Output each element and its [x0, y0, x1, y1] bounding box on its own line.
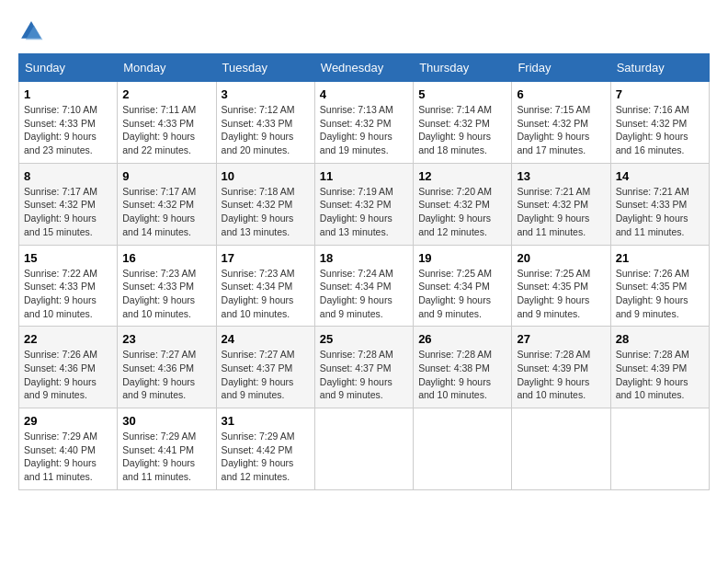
- calendar-cell: 20 Sunrise: 7:25 AMSunset: 4:35 PMDaylig…: [512, 245, 610, 327]
- day-number: 28: [616, 332, 704, 346]
- day-number: 16: [122, 251, 210, 265]
- day-info: Sunrise: 7:27 AMSunset: 4:37 PMDaylight:…: [222, 349, 295, 400]
- day-number: 30: [122, 414, 210, 428]
- calendar-cell: 29 Sunrise: 7:29 AMSunset: 4:40 PMDaylig…: [19, 408, 118, 490]
- day-number: 8: [24, 169, 112, 183]
- day-number: 20: [517, 251, 605, 265]
- day-info: Sunrise: 7:26 AMSunset: 4:35 PMDaylight:…: [616, 268, 689, 319]
- day-number: 31: [222, 414, 310, 428]
- calendar-cell: 4 Sunrise: 7:13 AMSunset: 4:32 PMDayligh…: [314, 82, 413, 164]
- calendar-cell: 16 Sunrise: 7:23 AMSunset: 4:33 PMDaylig…: [118, 245, 216, 327]
- calendar-cell: 31 Sunrise: 7:29 AMSunset: 4:42 PMDaylig…: [216, 408, 314, 490]
- day-number: 18: [320, 251, 408, 265]
- weekday-header-saturday: Saturday: [610, 54, 709, 82]
- weekday-header-tuesday: Tuesday: [216, 54, 314, 82]
- calendar-cell: 15 Sunrise: 7:22 AMSunset: 4:33 PMDaylig…: [19, 245, 118, 327]
- day-number: 21: [616, 251, 704, 265]
- calendar-cell: 28 Sunrise: 7:28 AMSunset: 4:39 PMDaylig…: [610, 327, 709, 408]
- day-number: 12: [418, 169, 506, 183]
- calendar-cell: [610, 408, 709, 490]
- day-info: Sunrise: 7:18 AMSunset: 4:32 PMDaylight:…: [222, 186, 295, 237]
- day-number: 1: [24, 87, 112, 101]
- logo: [18, 18, 48, 44]
- day-number: 19: [418, 251, 506, 265]
- day-number: 5: [418, 87, 506, 101]
- calendar-cell: 5 Sunrise: 7:14 AMSunset: 4:32 PMDayligh…: [414, 82, 512, 164]
- calendar-cell: 6 Sunrise: 7:15 AMSunset: 4:32 PMDayligh…: [512, 82, 610, 164]
- day-info: Sunrise: 7:25 AMSunset: 4:34 PMDaylight:…: [418, 268, 492, 319]
- day-info: Sunrise: 7:11 AMSunset: 4:33 PMDaylight:…: [122, 104, 196, 155]
- calendar-cell: 1 Sunrise: 7:10 AMSunset: 4:33 PMDayligh…: [19, 82, 118, 164]
- calendar-cell: 23 Sunrise: 7:27 AMSunset: 4:36 PMDaylig…: [118, 327, 216, 408]
- day-info: Sunrise: 7:19 AMSunset: 4:32 PMDaylight:…: [320, 186, 393, 237]
- day-number: 11: [320, 169, 408, 183]
- calendar-cell: 18 Sunrise: 7:24 AMSunset: 4:34 PMDaylig…: [314, 245, 413, 327]
- day-number: 22: [24, 332, 112, 346]
- day-info: Sunrise: 7:14 AMSunset: 4:32 PMDaylight:…: [418, 104, 492, 155]
- calendar-cell: 10 Sunrise: 7:18 AMSunset: 4:32 PMDaylig…: [216, 163, 314, 245]
- day-info: Sunrise: 7:23 AMSunset: 4:34 PMDaylight:…: [222, 268, 295, 319]
- day-number: 15: [24, 251, 112, 265]
- day-info: Sunrise: 7:29 AMSunset: 4:41 PMDaylight:…: [122, 431, 196, 482]
- calendar-cell: 25 Sunrise: 7:28 AMSunset: 4:37 PMDaylig…: [314, 327, 413, 408]
- day-info: Sunrise: 7:29 AMSunset: 4:40 PMDaylight:…: [24, 431, 97, 482]
- logo-icon: [18, 18, 44, 44]
- calendar-cell: 8 Sunrise: 7:17 AMSunset: 4:32 PMDayligh…: [19, 163, 118, 245]
- calendar-week-5: 29 Sunrise: 7:29 AMSunset: 4:40 PMDaylig…: [19, 408, 710, 490]
- day-number: 29: [24, 414, 112, 428]
- calendar-cell: 21 Sunrise: 7:26 AMSunset: 4:35 PMDaylig…: [610, 245, 709, 327]
- calendar-cell: 13 Sunrise: 7:21 AMSunset: 4:32 PMDaylig…: [512, 163, 610, 245]
- day-info: Sunrise: 7:17 AMSunset: 4:32 PMDaylight:…: [24, 186, 97, 237]
- day-info: Sunrise: 7:28 AMSunset: 4:39 PMDaylight:…: [517, 349, 590, 400]
- calendar-cell: [512, 408, 610, 490]
- calendar-week-4: 22 Sunrise: 7:26 AMSunset: 4:36 PMDaylig…: [19, 327, 710, 408]
- weekday-header-sunday: Sunday: [19, 54, 118, 82]
- calendar-cell: [414, 408, 512, 490]
- day-number: 10: [222, 169, 310, 183]
- calendar-week-2: 8 Sunrise: 7:17 AMSunset: 4:32 PMDayligh…: [19, 163, 710, 245]
- calendar-cell: 30 Sunrise: 7:29 AMSunset: 4:41 PMDaylig…: [118, 408, 216, 490]
- day-number: 24: [222, 332, 310, 346]
- calendar-cell: 12 Sunrise: 7:20 AMSunset: 4:32 PMDaylig…: [414, 163, 512, 245]
- day-number: 4: [320, 87, 408, 101]
- day-number: 17: [222, 251, 310, 265]
- calendar-cell: 19 Sunrise: 7:25 AMSunset: 4:34 PMDaylig…: [414, 245, 512, 327]
- day-info: Sunrise: 7:28 AMSunset: 4:39 PMDaylight:…: [616, 349, 689, 400]
- day-number: 14: [616, 169, 704, 183]
- day-number: 26: [418, 332, 506, 346]
- calendar-cell: [314, 408, 413, 490]
- day-info: Sunrise: 7:12 AMSunset: 4:33 PMDaylight:…: [222, 104, 295, 155]
- day-info: Sunrise: 7:26 AMSunset: 4:36 PMDaylight:…: [24, 349, 97, 400]
- calendar-cell: 22 Sunrise: 7:26 AMSunset: 4:36 PMDaylig…: [19, 327, 118, 408]
- weekday-header-thursday: Thursday: [414, 54, 512, 82]
- calendar-cell: 24 Sunrise: 7:27 AMSunset: 4:37 PMDaylig…: [216, 327, 314, 408]
- day-number: 7: [616, 87, 704, 101]
- calendar: SundayMondayTuesdayWednesdayThursdayFrid…: [18, 53, 710, 490]
- calendar-cell: 2 Sunrise: 7:11 AMSunset: 4:33 PMDayligh…: [118, 82, 216, 164]
- calendar-cell: 9 Sunrise: 7:17 AMSunset: 4:32 PMDayligh…: [118, 163, 216, 245]
- day-info: Sunrise: 7:24 AMSunset: 4:34 PMDaylight:…: [320, 268, 393, 319]
- day-number: 3: [222, 87, 310, 101]
- day-info: Sunrise: 7:17 AMSunset: 4:32 PMDaylight:…: [122, 186, 196, 237]
- calendar-cell: 26 Sunrise: 7:28 AMSunset: 4:38 PMDaylig…: [414, 327, 512, 408]
- weekday-header-monday: Monday: [118, 54, 216, 82]
- day-info: Sunrise: 7:25 AMSunset: 4:35 PMDaylight:…: [517, 268, 590, 319]
- calendar-week-1: 1 Sunrise: 7:10 AMSunset: 4:33 PMDayligh…: [19, 82, 710, 164]
- day-info: Sunrise: 7:10 AMSunset: 4:33 PMDaylight:…: [24, 104, 97, 155]
- day-info: Sunrise: 7:15 AMSunset: 4:32 PMDaylight:…: [517, 104, 590, 155]
- calendar-cell: 14 Sunrise: 7:21 AMSunset: 4:33 PMDaylig…: [610, 163, 709, 245]
- weekday-header-wednesday: Wednesday: [314, 54, 413, 82]
- day-number: 27: [517, 332, 605, 346]
- day-number: 9: [122, 169, 210, 183]
- calendar-cell: 17 Sunrise: 7:23 AMSunset: 4:34 PMDaylig…: [216, 245, 314, 327]
- day-info: Sunrise: 7:28 AMSunset: 4:37 PMDaylight:…: [320, 349, 393, 400]
- day-info: Sunrise: 7:21 AMSunset: 4:33 PMDaylight:…: [616, 186, 689, 237]
- day-info: Sunrise: 7:29 AMSunset: 4:42 PMDaylight:…: [222, 431, 295, 482]
- day-number: 25: [320, 332, 408, 346]
- day-info: Sunrise: 7:16 AMSunset: 4:32 PMDaylight:…: [616, 104, 689, 155]
- day-info: Sunrise: 7:22 AMSunset: 4:33 PMDaylight:…: [24, 268, 97, 319]
- day-number: 6: [517, 87, 605, 101]
- day-info: Sunrise: 7:21 AMSunset: 4:32 PMDaylight:…: [517, 186, 590, 237]
- day-number: 2: [122, 87, 210, 101]
- day-info: Sunrise: 7:27 AMSunset: 4:36 PMDaylight:…: [122, 349, 196, 400]
